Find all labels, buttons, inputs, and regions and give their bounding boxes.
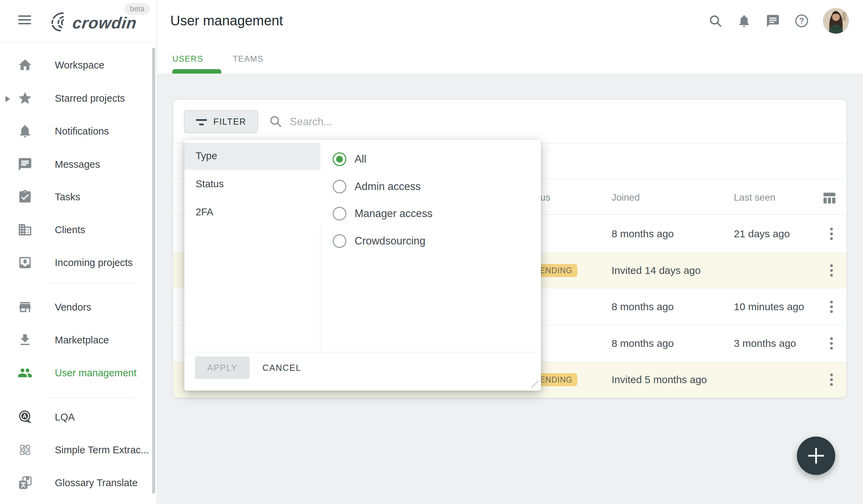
help-icon[interactable]: ?: [794, 13, 810, 29]
tab-bar: USERS TEAMS: [170, 54, 266, 64]
sidebar-item-incoming-projects[interactable]: Incoming projects: [0, 246, 157, 279]
search-icon: [269, 114, 282, 129]
menu-hamburger-button[interactable]: [18, 15, 31, 26]
column-header-last-seen[interactable]: Last seen: [734, 189, 775, 206]
sidebar-item-clients[interactable]: Clients: [0, 213, 157, 246]
star-icon: [17, 91, 33, 106]
filter-category-list: Type Status 2FA: [184, 140, 320, 352]
svg-text:A: A: [23, 413, 27, 419]
row-menu-button[interactable]: [825, 335, 838, 352]
clipboard-check-icon: [17, 189, 33, 204]
apply-button[interactable]: APPLY: [195, 356, 250, 379]
sidebar-item-simple-term-extractor[interactable]: E Simple Term Extrac...: [0, 433, 157, 466]
radio-icon: [333, 234, 346, 248]
row-menu-button[interactable]: [825, 225, 838, 243]
resize-handle[interactable]: [529, 379, 538, 388]
atom-icon: E: [17, 442, 33, 457]
filter-category-type[interactable]: Type: [184, 143, 320, 169]
radio-option-admin-access[interactable]: Admin access: [320, 176, 526, 197]
sidebar-item-starred-projects[interactable]: Starred projects: [0, 82, 157, 115]
sidebar-item-messages[interactable]: Messages: [0, 148, 157, 181]
sidebar-item-lqa[interactable]: A LQA: [0, 401, 157, 433]
column-settings-icon[interactable]: [822, 190, 837, 206]
active-tab-underline: [172, 69, 221, 74]
filter-button[interactable]: FILTER: [184, 110, 258, 133]
radio-selected-icon: [333, 152, 346, 166]
filter-dropdown: Type Status 2FA All Admin access Manager…: [184, 140, 541, 391]
sidebar-item-user-management[interactable]: User management: [0, 356, 157, 389]
sidebar-section-divider: [47, 397, 135, 398]
expand-chevron-icon[interactable]: [5, 96, 10, 102]
chat-icon: [17, 157, 33, 172]
filter-icon: [196, 118, 207, 126]
building-icon: [17, 222, 33, 237]
storefront-icon: [17, 300, 33, 315]
dropdown-footer-divider: [184, 352, 541, 352]
notifications-bell-icon[interactable]: [736, 13, 752, 29]
inbox-download-icon: [17, 255, 33, 270]
page-title: User management: [170, 13, 283, 28]
crowdin-logo[interactable]: crowdin: [44, 10, 137, 36]
beta-badge: beta: [124, 3, 150, 15]
add-user-fab[interactable]: [797, 437, 835, 475]
glossary-translate-icon: A: [17, 475, 33, 490]
filter-category-status[interactable]: Status: [184, 171, 320, 197]
home-icon: [17, 58, 33, 73]
filter-category-2fa[interactable]: 2FA: [184, 199, 320, 225]
sidebar-item-tasks[interactable]: Tasks: [0, 180, 157, 213]
messages-icon[interactable]: [765, 13, 781, 29]
lqa-bubble-icon: A: [17, 410, 33, 425]
row-menu-button[interactable]: [825, 262, 838, 279]
cancel-button[interactable]: CANCEL: [262, 356, 301, 379]
radio-option-all[interactable]: All: [320, 149, 526, 169]
sidebar-item-glossary-translate[interactable]: A Glossary Translate: [0, 466, 157, 499]
download-icon: [17, 332, 33, 348]
user-avatar[interactable]: [823, 8, 849, 34]
sidebar-item-marketplace[interactable]: Marketplace: [0, 324, 157, 356]
sidebar-divider: [0, 42, 157, 42]
column-header-joined[interactable]: Joined: [612, 189, 640, 206]
topbar: User management ? USERS TEAMS: [157, 0, 863, 74]
sidebar-scrollbar[interactable]: [152, 48, 155, 494]
svg-text:?: ?: [799, 16, 804, 25]
radio-option-crowdsourcing[interactable]: Crowdsourcing: [320, 231, 526, 251]
tab-users[interactable]: USERS: [170, 54, 205, 64]
row-menu-button[interactable]: [825, 298, 838, 316]
svg-text:E: E: [23, 447, 27, 453]
sidebar-item-workspace[interactable]: Workspace: [0, 49, 157, 81]
search-input[interactable]: [290, 116, 495, 128]
sidebar-section-divider: [47, 283, 135, 283]
tab-teams[interactable]: TEAMS: [231, 54, 266, 64]
crowdin-logo-icon: [44, 10, 71, 36]
sidebar-item-notifications[interactable]: Notifications: [0, 115, 157, 148]
crowdin-logo-text: crowdin: [72, 13, 138, 32]
people-icon: [17, 365, 33, 380]
radio-icon: [333, 180, 346, 193]
search-icon[interactable]: [707, 13, 723, 29]
row-menu-button[interactable]: [825, 371, 838, 389]
sidebar-item-vendors[interactable]: Vendors: [0, 291, 157, 324]
radio-option-manager-access[interactable]: Manager access: [320, 203, 526, 224]
sidebar: crowdin beta Workspace Starred projects …: [0, 0, 157, 504]
bell-icon: [17, 124, 33, 139]
radio-icon: [333, 207, 346, 220]
